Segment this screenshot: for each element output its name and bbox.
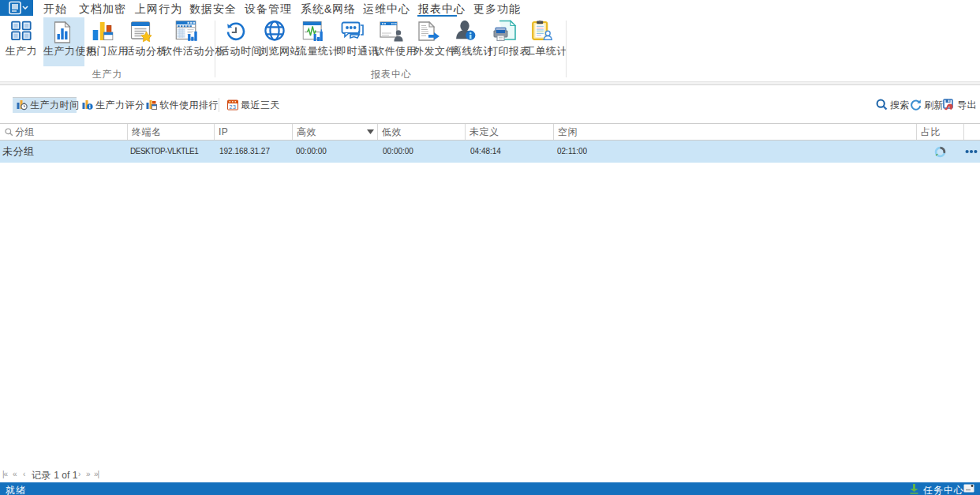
svg-text:23: 23 — [230, 104, 237, 110]
